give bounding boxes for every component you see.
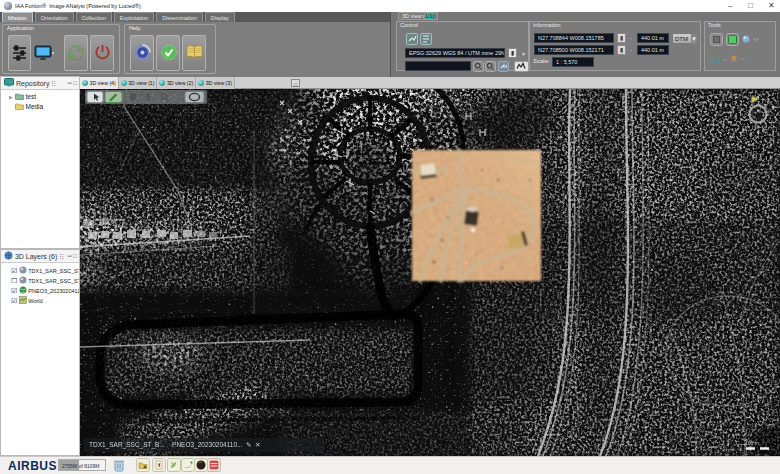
svg-text:100 m: 100 m bbox=[745, 440, 759, 446]
svg-text:3S: 3S bbox=[710, 55, 721, 65]
